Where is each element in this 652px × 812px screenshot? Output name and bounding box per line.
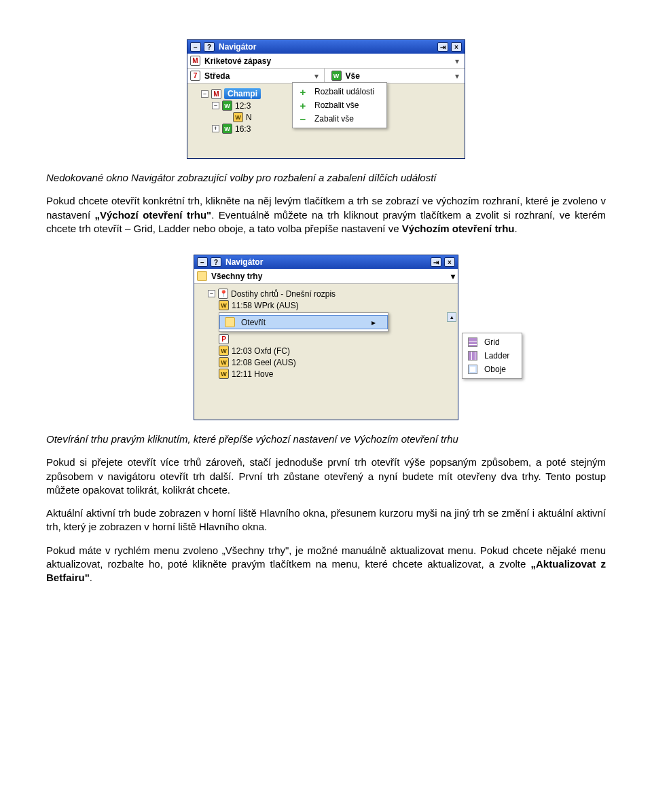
folder-open-icon bbox=[225, 317, 235, 327]
ctx-label: Otevřít bbox=[241, 318, 366, 327]
all-markets-label: Všechny trhy bbox=[211, 272, 447, 281]
collapse-icon[interactable]: − bbox=[208, 290, 215, 297]
pin-icon: 📍 bbox=[218, 289, 228, 299]
all-icon: W bbox=[331, 71, 342, 81]
minimize-icon[interactable]: − bbox=[197, 257, 208, 267]
para-span: . bbox=[90, 572, 92, 583]
caption-1: Nedokované okno Navigátor zobrazující vo… bbox=[46, 171, 606, 185]
submenu-label: Grid bbox=[484, 337, 500, 347]
minimize-icon[interactable]: − bbox=[190, 42, 201, 52]
paragraph-1: Pokud chcete otevřít konkrétní trh, klik… bbox=[46, 194, 606, 236]
para-span: Pokud máte v rychlém menu zvoleno „Všech… bbox=[46, 545, 606, 570]
chevron-down-icon[interactable]: ▾ bbox=[312, 71, 321, 81]
tree-row-market[interactable]: W 12:03 Oxfd (FC) bbox=[197, 345, 455, 356]
cricket-icon: M bbox=[190, 56, 200, 66]
minus-icon: − bbox=[298, 114, 308, 124]
submenu-ladder[interactable]: Ladder bbox=[463, 349, 522, 363]
tree-row-market[interactable]: W 12:11 Hove bbox=[197, 368, 455, 380]
tree-row-market[interactable]: W 11:58 WPrk (AUS) bbox=[197, 299, 455, 311]
collapse-icon[interactable]: − bbox=[212, 102, 219, 109]
day-label: Středa bbox=[204, 71, 308, 81]
market-icon: W bbox=[219, 346, 229, 356]
submenu-arrow-icon: ▸ bbox=[372, 318, 376, 327]
sport-label: Kriketové zápasy bbox=[204, 56, 448, 66]
market-label: 12:11 Hove bbox=[232, 369, 273, 379]
all-label: Vše bbox=[346, 71, 449, 81]
pin-icon[interactable]: ⇥ bbox=[431, 257, 441, 267]
market-p-icon: P bbox=[219, 334, 229, 344]
day-selector[interactable]: 7 Středa ▾ bbox=[187, 69, 325, 83]
tree-row-market[interactable]: W 12:08 Geel (AUS) bbox=[197, 356, 455, 368]
submenu-both[interactable]: Oboje bbox=[463, 363, 522, 376]
submenu-label: Ladder bbox=[484, 351, 509, 361]
ctx-label: Zabalit vše bbox=[314, 114, 354, 124]
tree-area: − M Champi − W 12:3 W N + bbox=[187, 84, 465, 158]
ctx-label: Rozbalit události bbox=[314, 87, 374, 96]
event-icon: W bbox=[222, 124, 232, 134]
expand-icon[interactable]: + bbox=[212, 125, 219, 132]
filter-row: 7 Středa ▾ W Vše ▾ bbox=[187, 69, 465, 84]
titlebar: − ? Navigátor ⇥ × bbox=[187, 40, 465, 54]
tree-label-selected: Champi bbox=[224, 88, 261, 99]
plus-icon: + bbox=[298, 100, 308, 110]
ctx-open[interactable]: Otevřít ▸ bbox=[219, 315, 388, 329]
tree-area-2: ▴ − 📍 Dostihy chrtů - Dnešní rozpis W 11… bbox=[194, 284, 458, 420]
sport-header-row[interactable]: M Kriketové zápasy ▾ bbox=[187, 54, 465, 69]
ctx-expand-all[interactable]: + Rozbalit vše bbox=[293, 98, 386, 112]
ctx-collapse-all[interactable]: − Zabalit vše bbox=[293, 112, 386, 126]
tree-node-greyhounds[interactable]: − 📍 Dostihy chrtů - Dnešní rozpis bbox=[197, 288, 455, 299]
submenu-grid[interactable]: Grid bbox=[463, 335, 522, 349]
tree-label: 12:3 bbox=[235, 101, 251, 111]
para-span-bold: Výchozím otevření trhu bbox=[402, 223, 515, 234]
calendar-icon: 7 bbox=[190, 71, 200, 81]
ladder-icon bbox=[468, 351, 477, 361]
window-title: Navigátor bbox=[224, 257, 428, 267]
market-label: 12:08 Geel (AUS) bbox=[232, 358, 296, 367]
titlebar: − ? Navigátor ⇥ × bbox=[194, 255, 458, 269]
event-icon: W bbox=[222, 100, 232, 111]
open-submenu: Grid Ladder Oboje bbox=[462, 333, 522, 379]
para-span-bold: „Výchozí otevření trhu bbox=[95, 209, 207, 221]
help-icon[interactable]: ? bbox=[204, 42, 215, 52]
market-icon: W bbox=[219, 357, 229, 367]
paragraph-3: Aktuální aktivní trh bude zobrazen v hor… bbox=[46, 506, 606, 534]
close-icon[interactable]: × bbox=[444, 257, 455, 267]
plus-icon: + bbox=[298, 87, 308, 96]
grid-icon bbox=[468, 337, 477, 347]
market-icon: W bbox=[219, 300, 229, 310]
chevron-down-icon[interactable]: ▾ bbox=[452, 56, 462, 66]
context-menu: + Rozbalit události + Rozbalit vše − Zab… bbox=[292, 82, 387, 128]
navigator-window-2: − ? Navigátor ⇥ × Všechny trhy ▾ ▴ − 📍 bbox=[194, 255, 458, 420]
folder-icon bbox=[197, 271, 207, 281]
help-icon[interactable]: ? bbox=[211, 257, 221, 267]
paragraph-2: Pokud si přejete otevřít více trhů zárov… bbox=[46, 456, 606, 497]
chevron-down-icon[interactable]: ▾ bbox=[451, 272, 455, 281]
submenu-label: Oboje bbox=[484, 365, 506, 374]
market-label: 12:03 Oxfd (FC) bbox=[232, 346, 290, 356]
collapse-icon[interactable]: − bbox=[201, 90, 209, 98]
navigator-window-1: − ? Navigátor ⇥ × M Kriketové zápasy ▾ 7… bbox=[187, 39, 465, 159]
window-title: Navigátor bbox=[217, 42, 435, 52]
all-selector[interactable]: W Vše ▾ bbox=[329, 69, 465, 83]
caption-2: Otevírání trhu pravým kliknutím, které p… bbox=[46, 432, 606, 446]
tree-label: N bbox=[246, 113, 252, 122]
cricket-icon: M bbox=[211, 89, 221, 99]
market-icon: W bbox=[219, 369, 229, 379]
tree-row-market[interactable]: P bbox=[197, 333, 455, 345]
tree-label: 16:3 bbox=[235, 124, 251, 134]
close-icon[interactable]: × bbox=[451, 42, 462, 52]
pin-icon[interactable]: ⇥ bbox=[437, 42, 448, 52]
chevron-down-icon[interactable]: ▾ bbox=[452, 71, 462, 81]
ctx-expand-events[interactable]: + Rozbalit události bbox=[293, 85, 386, 98]
all-markets-row[interactable]: Všechny trhy ▾ bbox=[194, 269, 458, 284]
ctx-label: Rozbalit vše bbox=[314, 100, 359, 110]
both-icon bbox=[468, 365, 477, 374]
para-span: . bbox=[515, 223, 518, 234]
open-context-menu: Otevřít ▸ bbox=[219, 312, 388, 332]
paragraph-4: Pokud máte v rychlém menu zvoleno „Všech… bbox=[46, 544, 606, 585]
tree-label: Dostihy chrtů - Dnešní rozpis bbox=[231, 289, 336, 299]
market-label: 11:58 WPrk (AUS) bbox=[232, 301, 299, 310]
market-icon: W bbox=[233, 112, 243, 122]
